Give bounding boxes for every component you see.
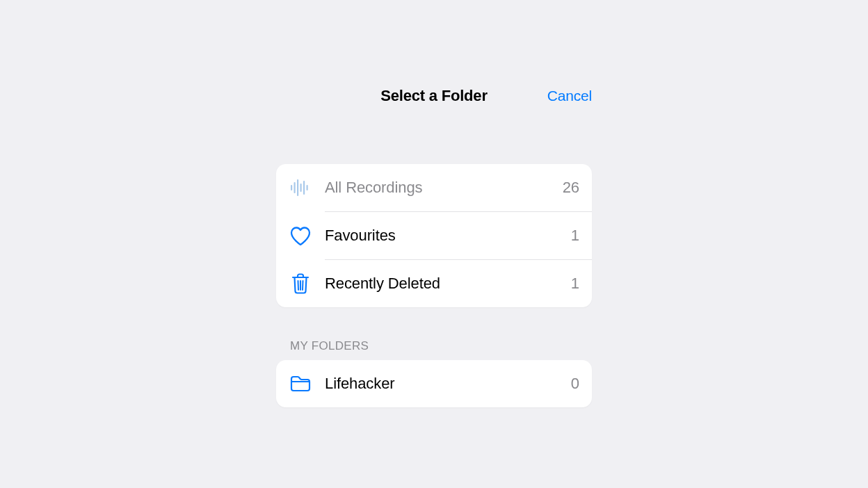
svg-rect-4: [303, 181, 305, 195]
svg-rect-5: [307, 185, 308, 190]
my-folders-section-header: MY FOLDERS: [276, 339, 592, 353]
folder-row-all-recordings[interactable]: All Recordings 26: [276, 164, 592, 211]
my-folders-card: Lifehacker 0: [276, 360, 592, 407]
svg-rect-0: [291, 185, 292, 190]
folder-selector-modal: Select a Folder Cancel All Recordings 26: [276, 0, 592, 488]
folder-row-label: Favourites: [325, 227, 571, 245]
folder-row-count: 0: [571, 375, 579, 393]
folder-row-recently-deleted[interactable]: Recently Deleted 1: [276, 260, 592, 307]
waveform-icon: [289, 176, 312, 200]
system-folders-card: All Recordings 26 Favourites 1: [276, 164, 592, 307]
folder-row-count: 1: [571, 275, 579, 293]
modal-header: Select a Folder Cancel: [276, 87, 592, 105]
folder-row-count: 26: [563, 179, 579, 197]
svg-rect-3: [300, 184, 302, 192]
modal-title: Select a Folder: [380, 87, 488, 105]
trash-icon: [289, 272, 312, 295]
svg-rect-2: [297, 179, 298, 196]
cancel-button[interactable]: Cancel: [547, 88, 592, 104]
folder-row-favourites[interactable]: Favourites 1: [276, 212, 592, 259]
folder-row-label: Recently Deleted: [325, 275, 571, 293]
folder-icon: [289, 372, 312, 396]
heart-icon: [289, 224, 312, 247]
svg-rect-1: [294, 182, 296, 193]
folder-row-lifehacker[interactable]: Lifehacker 0: [276, 360, 592, 407]
folder-row-label: All Recordings: [325, 179, 563, 197]
folder-row-label: Lifehacker: [325, 375, 571, 393]
folder-row-count: 1: [571, 227, 579, 245]
